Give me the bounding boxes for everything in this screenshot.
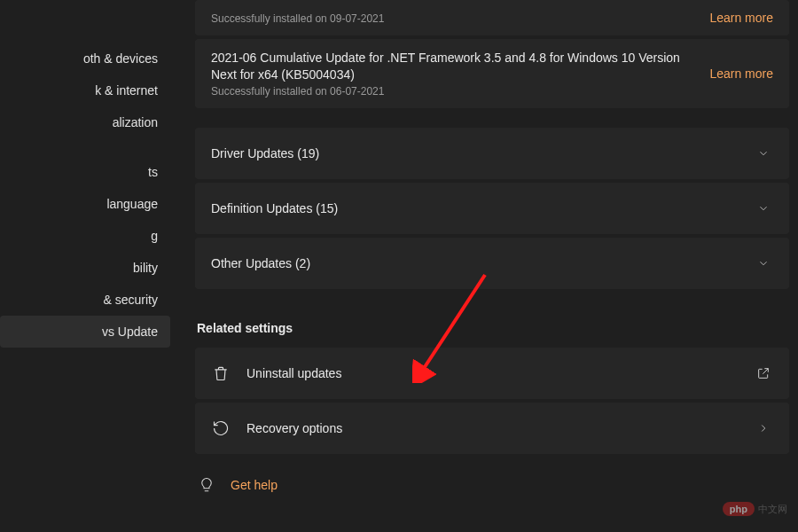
sidebar-item-accounts[interactable]: ts (0, 156, 170, 188)
update-subtitle: Successfully installed on 09-07-2021 (211, 12, 699, 25)
watermark-text: 中文网 (758, 504, 787, 514)
get-help-link[interactable]: Get help (231, 478, 278, 492)
expander-other-updates[interactable]: Other Updates (2) (195, 238, 789, 289)
related-settings-header: Related settings (197, 321, 789, 335)
sidebar-item-network[interactable]: k & internet (0, 74, 170, 106)
sidebar-item-windows-update[interactable]: vs Update (0, 316, 170, 348)
chevron-down-icon (754, 199, 773, 218)
expander-label: Other Updates (2) (211, 256, 310, 270)
expander-definition-updates[interactable]: Definition Updates (15) (195, 183, 789, 234)
update-subtitle: Successfully installed on 06-07-2021 (211, 85, 699, 98)
sidebar-item-accessibility[interactable]: bility (0, 252, 170, 284)
learn-more-link[interactable]: Learn more (709, 11, 773, 25)
update-title: 2021-06 Cumulative Update for .NET Frame… (211, 50, 699, 83)
help-icon (197, 475, 216, 495)
sidebar-item-privacy[interactable]: & security (0, 284, 170, 316)
external-link-icon (754, 364, 773, 383)
recovery-icon (211, 419, 231, 438)
trash-icon (211, 364, 231, 383)
update-history-item: Successfully installed on 09-07-2021 Lea… (195, 0, 789, 35)
recovery-options-label: Recovery options (246, 421, 738, 435)
get-help-row[interactable]: Get help (195, 475, 789, 495)
expander-label: Definition Updates (15) (211, 201, 338, 215)
expander-driver-updates[interactable]: Driver Updates (19) (195, 128, 789, 179)
chevron-down-icon (754, 254, 773, 273)
recovery-options-row[interactable]: Recovery options (195, 403, 789, 454)
learn-more-link[interactable]: Learn more (709, 66, 773, 81)
sidebar-item-language[interactable]: language (0, 188, 170, 220)
update-history-item: 2021-06 Cumulative Update for .NET Frame… (195, 39, 789, 108)
sidebar-item-apps[interactable] (0, 138, 170, 156)
sidebar-item-gaming[interactable]: g (0, 220, 170, 252)
uninstall-updates-row[interactable]: Uninstall updates (195, 348, 789, 399)
watermark: php中文网 (723, 500, 787, 516)
chevron-right-icon (754, 419, 773, 438)
main-content: Successfully installed on 09-07-2021 Lea… (170, 0, 798, 532)
chevron-down-icon (754, 144, 773, 163)
uninstall-updates-label: Uninstall updates (246, 366, 738, 380)
expander-label: Driver Updates (19) (211, 146, 319, 160)
watermark-pill: php (723, 502, 755, 516)
sidebar-item-bluetooth[interactable]: oth & devices (0, 43, 170, 74)
sidebar: oth & devices k & internet alization ts … (0, 0, 170, 532)
sidebar-item-personalization[interactable]: alization (0, 106, 170, 138)
